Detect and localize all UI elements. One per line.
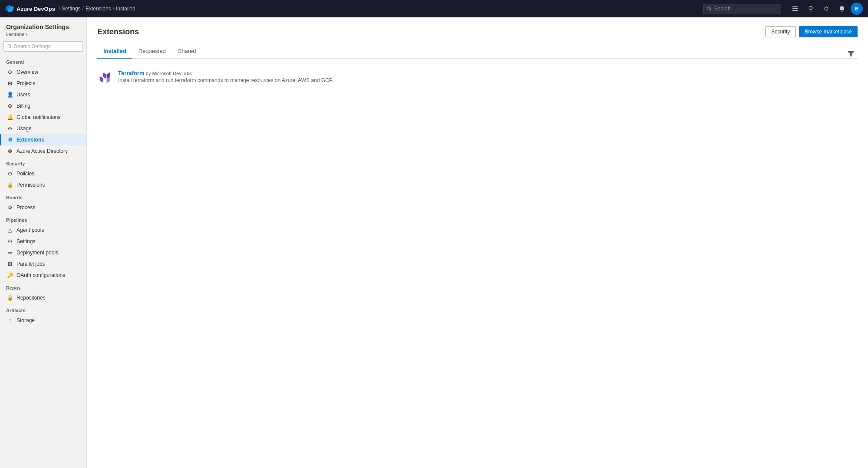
process-icon: ⚙	[7, 204, 13, 211]
azure-devops-logo[interactable]: Azure DevOps	[5, 4, 55, 13]
tab-installed[interactable]: Installed	[97, 44, 132, 59]
svg-rect-1	[792, 8, 798, 9]
sidebar-item-azure-active-directory[interactable]: ⊗ Azure Active Directory	[0, 145, 86, 157]
sidebar-item-repositories[interactable]: 🔒 Repositories	[0, 292, 86, 303]
main-content: Extensions Security Browse marketplace I…	[87, 17, 868, 468]
topbar: Azure DevOps / Settings / Extensions / I…	[0, 0, 868, 17]
sidebar-item-usage-label: Usage	[17, 125, 32, 132]
billing-icon: ⊕	[7, 103, 13, 109]
sidebar-item-storage[interactable]: ↑ Storage	[0, 315, 86, 326]
tab-requested[interactable]: Requested	[132, 44, 172, 59]
breadcrumb-sep2: /	[113, 6, 114, 12]
sidebar: Organization Settings kestraben General …	[0, 17, 87, 468]
svg-rect-0	[792, 7, 798, 7]
sidebar-item-billing[interactable]: ⊕ Billing	[0, 100, 86, 112]
extension-name[interactable]: Terraform	[118, 70, 144, 76]
breadcrumb-settings[interactable]: Settings	[62, 6, 80, 12]
storage-icon: ↑	[7, 317, 13, 323]
topbar-icon-group: B	[788, 2, 863, 16]
parallel-jobs-icon: ⊞	[7, 261, 13, 267]
sidebar-item-billing-label: Billing	[17, 103, 30, 109]
org-title: Organization Settings	[6, 23, 80, 31]
content-actions: Security Browse marketplace	[766, 26, 858, 37]
sidebar-item-deployment-pools-label: Deployment pools	[17, 250, 58, 256]
badge-button[interactable]	[804, 2, 818, 16]
sidebar-item-storage-label: Storage	[17, 317, 35, 323]
tab-shared[interactable]: Shared	[172, 44, 202, 59]
breadcrumb: / Settings / Extensions / Installed	[59, 6, 135, 12]
settings-button[interactable]	[819, 2, 833, 16]
usage-icon: ⊘	[7, 125, 13, 132]
overview-icon: ⊙	[7, 69, 13, 75]
bell-icon	[839, 6, 845, 12]
breadcrumb-installed[interactable]: Installed	[116, 6, 135, 12]
sidebar-item-parallel-jobs-label: Parallel jobs	[17, 261, 45, 267]
sidebar-search-box[interactable]	[3, 41, 83, 52]
sidebar-item-global-notifications[interactable]: 🔔 Global notifications	[0, 112, 86, 123]
security-button[interactable]: Security	[766, 26, 795, 37]
sidebar-item-aad-label: Azure Active Directory	[17, 148, 68, 154]
sidebar-item-global-notifications-label: Global notifications	[17, 114, 60, 120]
sidebar-item-process[interactable]: ⚙ Process	[0, 202, 86, 213]
permissions-icon: 🔒	[7, 182, 13, 188]
sidebar-item-process-label: Process	[17, 204, 35, 211]
sidebar-item-agent-pools[interactable]: △ Agent pools	[0, 224, 86, 236]
org-subtitle: kestraben	[6, 32, 80, 37]
pipeline-settings-icon: ⊙	[7, 238, 13, 244]
extension-info: Terraform by Microsoft DevLabs Install t…	[118, 70, 858, 83]
policies-icon: ⊙	[7, 171, 13, 177]
sidebar-item-users[interactable]: 👤 Users	[0, 89, 86, 100]
oauth-icon: 🔑	[7, 272, 13, 278]
extension-publisher-text: by Microsoft DevLabs	[146, 71, 192, 76]
extension-item-terraform: Terraform by Microsoft DevLabs Install t…	[97, 66, 858, 90]
tabs-list: Installed Requested Shared	[97, 44, 202, 58]
sidebar-item-repositories-label: Repositories	[17, 295, 46, 301]
extension-description: Install terraform and run terraform comm…	[118, 77, 858, 83]
sidebar-item-settings-label: Settings	[17, 238, 35, 244]
sidebar-item-policies-label: Policies	[17, 171, 34, 177]
sidebar-item-usage[interactable]: ⊘ Usage	[0, 123, 86, 134]
sidebar-item-deployment-pools[interactable]: ⇒ Deployment pools	[0, 247, 86, 258]
sidebar-item-users-label: Users	[17, 92, 30, 98]
sidebar-section-security: Security	[0, 157, 86, 168]
sidebar-item-oauth[interactable]: 🔑 OAuth configurations	[0, 270, 86, 281]
svg-rect-2	[792, 10, 798, 11]
filter-icon	[848, 50, 854, 56]
sidebar-search-icon	[7, 44, 12, 49]
sidebar-item-settings[interactable]: ⊙ Settings	[0, 236, 86, 247]
filter-button[interactable]	[845, 49, 858, 58]
content-header: Extensions Security Browse marketplace	[97, 26, 858, 37]
sidebar-item-agent-pools-label: Agent pools	[17, 227, 44, 233]
global-search-box[interactable]	[703, 4, 781, 13]
breadcrumb-extensions[interactable]: Extensions	[86, 6, 111, 12]
global-search-input[interactable]	[714, 6, 777, 12]
sidebar-search-input[interactable]	[14, 43, 79, 49]
sidebar-item-projects[interactable]: ⊞ Projects	[0, 78, 86, 89]
global-notifications-icon: 🔔	[7, 114, 13, 120]
user-avatar-button[interactable]: B	[851, 3, 863, 15]
sidebar-item-oauth-label: OAuth configurations	[17, 272, 65, 278]
page-title: Extensions	[97, 27, 139, 36]
sidebar-item-overview[interactable]: ⊙ Overview	[0, 66, 86, 78]
deployment-pools-icon: ⇒	[7, 250, 13, 256]
list-view-button[interactable]	[788, 2, 802, 16]
sidebar-item-policies[interactable]: ⊙ Policies	[0, 168, 86, 179]
aad-icon: ⊗	[7, 148, 13, 154]
sidebar-section-artifacts: Artifacts	[0, 303, 86, 315]
sidebar-item-permissions[interactable]: 🔒 Permissions	[0, 179, 86, 191]
projects-icon: ⊞	[7, 80, 13, 86]
sidebar-section-repos: Repos	[0, 281, 86, 292]
breadcrumb-sep0: /	[59, 6, 60, 12]
browse-marketplace-button[interactable]: Browse marketplace	[799, 26, 858, 37]
users-icon: 👤	[7, 92, 13, 98]
sidebar-item-overview-label: Overview	[17, 69, 38, 75]
sidebar-item-parallel-jobs[interactable]: ⊞ Parallel jobs	[0, 258, 86, 270]
breadcrumb-sep1: /	[83, 6, 84, 12]
sidebar-item-extensions-label: Extensions	[17, 137, 44, 143]
sidebar-item-permissions-label: Permissions	[17, 182, 45, 188]
list-icon	[792, 6, 798, 12]
notifications-button[interactable]	[835, 2, 849, 16]
badge-icon	[808, 6, 814, 12]
sidebar-item-extensions[interactable]: ⚙ Extensions	[0, 134, 86, 145]
logo-text: Azure DevOps	[17, 6, 55, 12]
